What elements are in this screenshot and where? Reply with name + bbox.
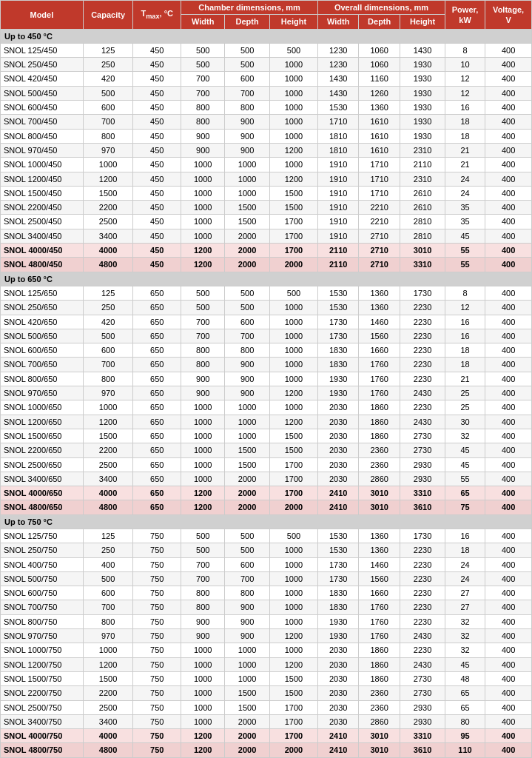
cell-value: 1000 xyxy=(181,400,225,415)
cell-value: 1930 xyxy=(400,72,445,86)
cell-value: 500 xyxy=(181,529,225,543)
cell-value: 3400 xyxy=(83,229,133,243)
cell-value: 900 xyxy=(181,129,225,143)
table-row: SNOL 1500/750150075010001000150020301860… xyxy=(1,671,532,685)
cell-value: 650 xyxy=(133,457,181,472)
cell-value: 900 xyxy=(225,614,269,628)
cell-value: 1360 xyxy=(359,101,400,115)
cell-model: SNOL 500/650 xyxy=(1,329,84,343)
col-chamber-dim: Chamber dimensions, mm xyxy=(181,1,318,15)
cell-value: 2730 xyxy=(400,443,445,457)
cell-value: 1700 xyxy=(269,729,317,743)
cell-model: SNOL 970/750 xyxy=(1,629,84,643)
cell-value: 2000 xyxy=(225,244,269,258)
cell-value: 400 xyxy=(485,258,532,272)
cell-value: 800 xyxy=(83,372,133,386)
col-overall-depth: Depth xyxy=(359,15,400,29)
cell-value: 2860 xyxy=(359,472,400,486)
cell-value: 1710 xyxy=(359,172,400,186)
table-row: SNOL 1500/450150045010001000150019101710… xyxy=(1,186,532,200)
cell-value: 1860 xyxy=(359,400,400,415)
table-row: SNOL 250/6502506505005001000153013602230… xyxy=(1,301,532,315)
cell-value: 1000 xyxy=(181,443,225,457)
cell-value: 2310 xyxy=(400,143,445,157)
cell-model: SNOL 400/750 xyxy=(1,557,84,571)
cell-value: 1910 xyxy=(318,172,359,186)
cell-value: 2000 xyxy=(225,229,269,243)
cell-value: 700 xyxy=(83,115,133,129)
cell-value: 3400 xyxy=(83,472,133,486)
cell-value: 1260 xyxy=(359,86,400,100)
table-row: SNOL 400/7504007507006001000173014602230… xyxy=(1,557,532,571)
cell-value: 1710 xyxy=(359,186,400,200)
cell-value: 1760 xyxy=(359,600,400,614)
cell-value: 2200 xyxy=(83,443,133,457)
cell-value: 400 xyxy=(485,158,532,172)
cell-value: 1430 xyxy=(400,43,445,57)
cell-value: 16 xyxy=(445,101,485,115)
cell-value: 400 xyxy=(485,58,532,72)
table-row: SNOL 970/4509704509009001200181016102310… xyxy=(1,143,532,157)
cell-value: 2610 xyxy=(400,186,445,200)
cell-model: SNOL 3400/450 xyxy=(1,229,84,243)
cell-value: 55 xyxy=(445,472,485,486)
cell-value: 800 xyxy=(181,101,225,115)
cell-value: 2810 xyxy=(400,215,445,229)
cell-value: 500 xyxy=(225,43,269,57)
cell-value: 250 xyxy=(83,58,133,72)
cell-value: 500 xyxy=(225,529,269,543)
table-row: SNOL 125/4501254505005005001230106014308… xyxy=(1,43,532,57)
cell-value: 400 xyxy=(485,101,532,115)
cell-value: 1000 xyxy=(269,557,317,571)
cell-value: 125 xyxy=(83,529,133,543)
cell-value: 2230 xyxy=(400,343,445,358)
cell-value: 600 xyxy=(83,586,133,600)
cell-value: 1810 xyxy=(318,129,359,143)
cell-value: 32 xyxy=(445,629,485,643)
cell-value: 1000 xyxy=(181,671,225,685)
cell-value: 21 xyxy=(445,143,485,157)
cell-value: 400 xyxy=(485,186,532,200)
cell-value: 65 xyxy=(445,486,485,500)
cell-value: 1910 xyxy=(318,158,359,172)
cell-value: 2210 xyxy=(359,215,400,229)
cell-value: 1500 xyxy=(83,429,133,443)
cell-value: 2410 xyxy=(318,486,359,500)
cell-value: 1610 xyxy=(359,115,400,129)
cell-value: 125 xyxy=(83,43,133,57)
cell-value: 400 xyxy=(485,72,532,86)
cell-value: 24 xyxy=(445,557,485,571)
cell-value: 1530 xyxy=(318,101,359,115)
cell-value: 2110 xyxy=(318,258,359,272)
cell-value: 110 xyxy=(445,743,485,757)
cell-value: 650 xyxy=(133,301,181,315)
cell-value: 4000 xyxy=(83,729,133,743)
cell-value: 1000 xyxy=(269,643,317,657)
cell-value: 700 xyxy=(83,358,133,372)
cell-value: 750 xyxy=(133,686,181,700)
cell-value: 400 xyxy=(485,700,532,714)
cell-value: 2610 xyxy=(400,201,445,215)
cell-value: 1700 xyxy=(269,714,317,728)
cell-value: 900 xyxy=(181,614,225,628)
cell-model: SNOL 250/450 xyxy=(1,58,84,72)
cell-value: 1000 xyxy=(269,129,317,143)
cell-value: 1830 xyxy=(318,600,359,614)
cell-value: 1230 xyxy=(318,58,359,72)
table-row: SNOL 500/7505007507007001000173015602230… xyxy=(1,571,532,586)
cell-model: SNOL 125/750 xyxy=(1,529,84,543)
cell-value: 1000 xyxy=(225,657,269,671)
cell-value: 1000 xyxy=(269,58,317,72)
cell-value: 4800 xyxy=(83,258,133,272)
cell-value: 900 xyxy=(225,386,269,400)
cell-value: 1730 xyxy=(318,329,359,343)
table-body: Up to 450 °CSNOL 125/4501254505005005001… xyxy=(1,29,532,757)
cell-value: 500 xyxy=(269,43,317,57)
cell-value: 650 xyxy=(133,486,181,500)
cell-value: 450 xyxy=(133,215,181,229)
table-row: SNOL 700/4507004508009001000171016101930… xyxy=(1,115,532,129)
cell-value: 1000 xyxy=(225,186,269,200)
cell-value: 1200 xyxy=(269,629,317,643)
cell-value: 2430 xyxy=(400,629,445,643)
cell-value: 1000 xyxy=(83,643,133,657)
